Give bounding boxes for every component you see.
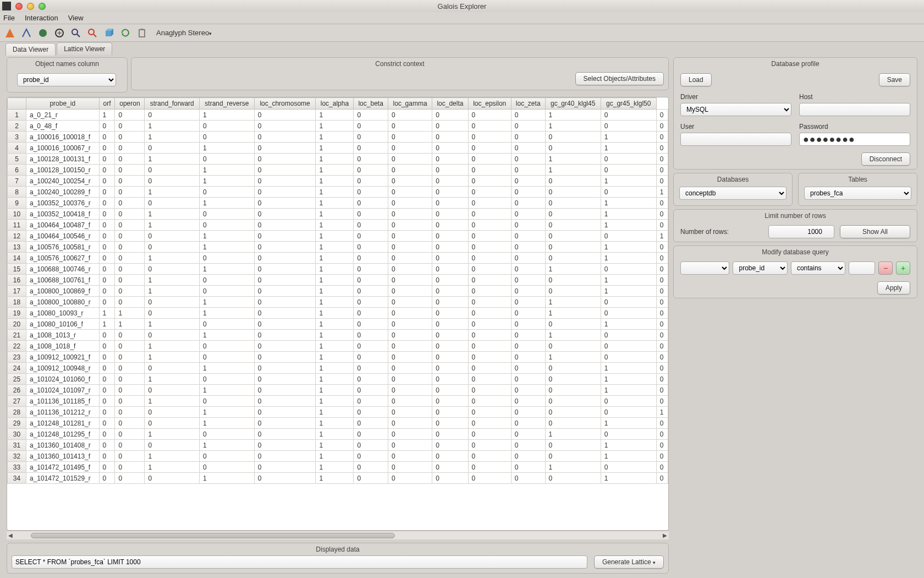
cell[interactable]: 0 [601, 352, 656, 363]
cell[interactable]: 0 [115, 286, 145, 297]
cell[interactable]: 1 [545, 264, 601, 275]
column-header[interactable]: operon [115, 98, 145, 110]
cell[interactable]: 0 [656, 429, 668, 440]
cell[interactable]: 1 [545, 297, 601, 308]
cell[interactable]: 1 [316, 242, 354, 253]
host-input[interactable] [799, 103, 910, 116]
cell[interactable]: 1 [545, 352, 601, 363]
cell[interactable]: 0 [388, 176, 432, 187]
table-row[interactable]: 31a_101360_101408_r00010100000010 [8, 440, 668, 451]
tool-icon-3[interactable] [37, 28, 48, 39]
cell[interactable]: 0 [468, 451, 511, 462]
data-table[interactable]: probe_idorfoperonstrand_forwardstrand_re… [7, 97, 668, 484]
cell[interactable]: 0 [115, 407, 145, 418]
cell[interactable]: 0 [432, 165, 468, 176]
cell[interactable]: 0 [254, 176, 316, 187]
cell[interactable]: 0 [354, 396, 388, 407]
cell[interactable]: 1 [316, 374, 354, 385]
cell[interactable]: 0 [545, 220, 601, 231]
table-row[interactable]: 15a_100688_100746_r00010100000100 [8, 264, 668, 275]
cell[interactable]: 0 [511, 132, 545, 143]
cell[interactable]: 0 [601, 396, 656, 407]
table-row[interactable]: 7a_100240_100254_r00010100000010 [8, 176, 668, 187]
cell[interactable]: 0 [511, 165, 545, 176]
cell[interactable]: 0 [354, 220, 388, 231]
cell[interactable]: a_10080_10106_f [26, 319, 100, 330]
cell[interactable]: 1 [200, 363, 255, 374]
cell[interactable]: 0 [115, 110, 145, 121]
cell[interactable]: 0 [388, 264, 432, 275]
apply-button[interactable]: Apply [877, 281, 910, 295]
cell[interactable]: 0 [200, 396, 255, 407]
cell[interactable]: 0 [511, 440, 545, 451]
column-header[interactable]: loc_zeta [511, 98, 545, 110]
cell[interactable]: 0 [115, 341, 145, 352]
cell[interactable]: 1 [601, 418, 656, 429]
cell[interactable]: 0 [388, 110, 432, 121]
cell[interactable]: 0 [254, 121, 316, 132]
cell[interactable]: 0 [511, 429, 545, 440]
cell[interactable]: 0 [545, 132, 601, 143]
cell[interactable]: 0 [354, 143, 388, 154]
cell[interactable]: 0 [468, 418, 511, 429]
cell[interactable]: 0 [511, 319, 545, 330]
cell[interactable]: 0 [115, 231, 145, 242]
cell[interactable]: 0 [432, 363, 468, 374]
cell[interactable]: 0 [545, 143, 601, 154]
cell[interactable]: 0 [99, 451, 115, 462]
table-row[interactable]: 20a_10080_10106_f11100100000010 [8, 319, 668, 330]
cell[interactable]: 0 [432, 275, 468, 286]
cell[interactable]: 0 [254, 374, 316, 385]
cell[interactable]: 1 [316, 209, 354, 220]
cell[interactable]: 0 [145, 176, 200, 187]
cell[interactable]: 0 [254, 451, 316, 462]
cell[interactable]: 0 [354, 264, 388, 275]
table-row[interactable]: 25a_101024_101060_f00100100000010 [8, 374, 668, 385]
database-select[interactable]: conceptdb [679, 187, 787, 200]
cell[interactable]: 1 [145, 462, 200, 473]
cell[interactable]: 0 [468, 253, 511, 264]
cell[interactable]: 1 [601, 275, 656, 286]
cell[interactable]: 0 [200, 220, 255, 231]
cell[interactable]: 0 [388, 165, 432, 176]
cell[interactable]: 0 [656, 341, 668, 352]
cell[interactable]: a_100912_100921_f [26, 352, 100, 363]
cell[interactable]: 1 [545, 429, 601, 440]
user-input[interactable] [680, 133, 791, 146]
cell[interactable]: 0 [254, 198, 316, 209]
cell[interactable]: 1 [200, 176, 255, 187]
cell[interactable]: 0 [254, 352, 316, 363]
cell[interactable]: 0 [432, 242, 468, 253]
cell[interactable]: 1 [145, 374, 200, 385]
cell[interactable]: 0 [545, 418, 601, 429]
cell[interactable]: 0 [511, 418, 545, 429]
cell[interactable]: 0 [656, 176, 668, 187]
cell[interactable]: 0 [254, 165, 316, 176]
cell[interactable]: 0 [145, 198, 200, 209]
cell[interactable]: 0 [432, 440, 468, 451]
cell[interactable]: 1 [601, 473, 656, 484]
cell[interactable]: 1 [601, 176, 656, 187]
cell[interactable]: 1 [145, 253, 200, 264]
table-row[interactable]: 29a_101248_101281_r00010100000010 [8, 418, 668, 429]
cell[interactable]: 0 [99, 121, 115, 132]
cell[interactable]: 1 [316, 220, 354, 231]
cell[interactable]: 0 [115, 176, 145, 187]
cell[interactable]: 1 [145, 352, 200, 363]
cell[interactable]: 0 [115, 132, 145, 143]
tab-lattice-viewer[interactable]: Lattice Viewer [57, 42, 112, 55]
cell[interactable]: a_100016_100067_r [26, 143, 100, 154]
cell[interactable]: 1 [200, 308, 255, 319]
cell[interactable]: 1 [545, 165, 601, 176]
cell[interactable]: 0 [432, 352, 468, 363]
cell[interactable]: a_101472_101529_r [26, 473, 100, 484]
cell[interactable]: 0 [511, 275, 545, 286]
cell[interactable]: 0 [656, 286, 668, 297]
cell[interactable]: 0 [115, 165, 145, 176]
cell[interactable]: 0 [354, 286, 388, 297]
cell[interactable]: 0 [601, 407, 656, 418]
cell[interactable]: 0 [99, 341, 115, 352]
query-input[interactable] [12, 555, 587, 569]
cell[interactable]: 0 [254, 319, 316, 330]
cell[interactable]: 0 [468, 473, 511, 484]
